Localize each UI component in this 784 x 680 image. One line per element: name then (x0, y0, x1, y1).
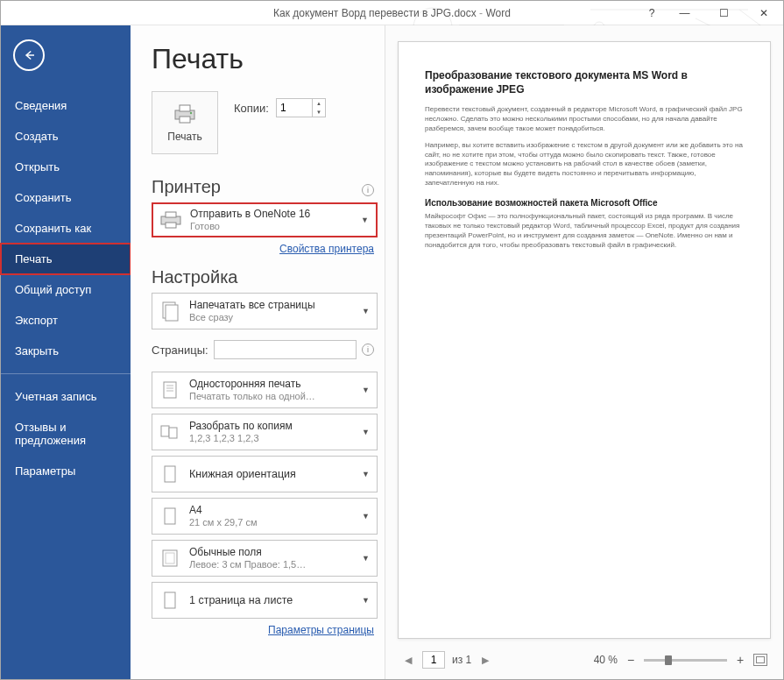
chevron-down-icon: ▼ (360, 386, 371, 394)
print-settings-panel: Печать Печать Копии: ▲ (131, 25, 385, 679)
minimize-button[interactable]: — (665, 1, 704, 25)
pages-info-icon[interactable]: i (362, 344, 374, 356)
chevron-down-icon: ▼ (359, 216, 371, 224)
chevron-down-icon: ▼ (360, 596, 371, 605)
preview-footer: ◀ из 1 ▶ 40 % − + (398, 646, 771, 674)
print-button-label: Печать (167, 131, 201, 143)
printer-status: Готово (190, 221, 352, 232)
print-range-dropdown[interactable]: Напечатать все страницыВсе сразу ▼ (152, 293, 378, 329)
svg-point-6 (190, 111, 192, 113)
svg-rect-4 (180, 105, 190, 111)
zoom-in-button[interactable]: + (734, 653, 746, 667)
preview-paragraph: Майкрософт Офис — это полнофункциональны… (425, 212, 744, 250)
sidebar-item-print[interactable]: Печать (1, 244, 131, 274)
sides-dropdown[interactable]: Односторонняя печатьПечатать только на о… (152, 372, 378, 408)
help-button[interactable]: ? (639, 1, 665, 25)
printer-device-icon (159, 208, 183, 232)
sidebar-item-close[interactable]: Закрыть (1, 336, 131, 366)
printer-name: Отправить в OneNote 16 (190, 208, 352, 220)
preview-paragraph: Например, вы хотите вставить изображение… (425, 141, 744, 188)
preview-paragraph: Перевести текстовый документ, созданный … (425, 105, 744, 133)
sidebar-item-new[interactable]: Создать (1, 121, 131, 152)
svg-rect-11 (166, 305, 178, 321)
margins-icon (158, 546, 182, 570)
svg-rect-9 (166, 223, 176, 228)
copies-up[interactable]: ▲ (313, 99, 325, 108)
orientation-dropdown[interactable]: Книжная ориентация ▼ (152, 456, 378, 492)
printer-section-title: Принтер (152, 177, 221, 197)
close-button[interactable]: ✕ (744, 1, 783, 25)
printer-icon (172, 103, 198, 127)
app-name: Word (485, 7, 510, 19)
sidebar-item-saveas[interactable]: Сохранить как (1, 213, 131, 244)
pages-icon (158, 299, 182, 323)
chevron-down-icon: ▼ (360, 554, 371, 563)
sidebar-item-feedback[interactable]: Отзывы и предложения (1, 412, 131, 456)
pages-input[interactable] (214, 340, 357, 359)
margins-dropdown[interactable]: Обычные поляЛевое: 3 см Правое: 1,5… ▼ (152, 540, 378, 577)
printer-properties-link[interactable]: Свойства принтера (152, 243, 374, 255)
chevron-down-icon: ▼ (360, 512, 371, 521)
sidebar-item-save[interactable]: Сохранить (1, 182, 131, 213)
window-title: Как документ Ворд перевести в JPG.docx -… (273, 7, 511, 19)
pages-per-sheet-dropdown[interactable]: 1 страница на листе ▼ (152, 582, 378, 619)
pages-label: Страницы: (152, 344, 208, 357)
copies-label: Копии: (234, 102, 269, 115)
printer-info-icon[interactable]: i (362, 184, 374, 196)
collate-dropdown[interactable]: Разобрать по копиям1,2,3 1,2,3 1,2,3 ▼ (152, 414, 378, 450)
page-setup-link[interactable]: Параметры страницы (152, 624, 374, 636)
per-sheet-icon (158, 588, 182, 613)
zoom-fit-button[interactable] (753, 654, 767, 666)
prev-page-button[interactable]: ◀ (401, 655, 415, 666)
one-side-icon (158, 378, 182, 402)
svg-rect-16 (161, 426, 169, 436)
app-window: Как документ Ворд перевести в JPG.docx -… (0, 0, 784, 680)
sidebar-item-account[interactable]: Учетная запись (1, 381, 131, 412)
zoom-out-button[interactable]: − (625, 653, 637, 667)
print-button[interactable]: Печать (152, 91, 218, 154)
page-total-label: из 1 (452, 654, 471, 666)
chevron-down-icon: ▼ (360, 470, 371, 478)
sidebar-item-share[interactable]: Общий доступ (1, 274, 131, 305)
sidebar-separator (1, 373, 131, 374)
preview-subheading: Использование возможностей пакета Micros… (425, 197, 744, 209)
back-button[interactable] (13, 39, 45, 71)
page-number-input[interactable] (422, 651, 445, 669)
svg-rect-12 (164, 382, 176, 398)
chevron-down-icon: ▼ (360, 428, 371, 436)
page-title: Печать (152, 43, 378, 75)
backstage-sidebar: Сведения Создать Открыть Сохранить Сохра… (1, 25, 131, 679)
preview-page: Преобразование текстового документа MS W… (398, 41, 771, 639)
svg-rect-22 (165, 592, 175, 608)
next-page-button[interactable]: ▶ (478, 655, 492, 666)
copies-input[interactable] (277, 99, 312, 117)
sidebar-item-open[interactable]: Открыть (1, 152, 131, 182)
copies-down[interactable]: ▼ (313, 108, 325, 117)
document-name: Как документ Ворд перевести в JPG.docx (273, 7, 477, 19)
print-preview-panel: Преобразование текстового документа MS W… (385, 25, 783, 679)
main-area: Печать Печать Копии: ▲ (131, 25, 783, 679)
paper-size-dropdown[interactable]: A421 см x 29,7 см ▼ (152, 498, 378, 535)
svg-rect-19 (165, 508, 175, 524)
copies-spinner[interactable]: ▲ ▼ (276, 98, 326, 117)
zoom-slider[interactable] (644, 659, 727, 662)
maximize-button[interactable]: ☐ (704, 1, 744, 25)
printer-dropdown[interactable]: Отправить в OneNote 16 Готово ▼ (152, 202, 378, 237)
sidebar-item-info[interactable]: Сведения (1, 90, 131, 121)
svg-rect-18 (165, 466, 175, 482)
svg-rect-5 (180, 117, 190, 123)
svg-rect-17 (169, 428, 177, 438)
settings-section-title: Настройка (152, 267, 237, 287)
window-controls: ? — ☐ ✕ (639, 1, 783, 25)
chevron-down-icon: ▼ (360, 307, 371, 315)
preview-heading: Преобразование текстового документа MS W… (425, 68, 744, 96)
portrait-icon (158, 462, 182, 486)
svg-rect-8 (166, 212, 176, 217)
titlebar: Как документ Ворд перевести в JPG.docx -… (1, 1, 783, 25)
zoom-value: 40 % (594, 654, 618, 666)
paper-icon (158, 504, 182, 528)
sidebar-item-export[interactable]: Экспорт (1, 305, 131, 336)
sidebar-item-options[interactable]: Параметры (1, 456, 131, 486)
collate-icon (158, 420, 182, 444)
